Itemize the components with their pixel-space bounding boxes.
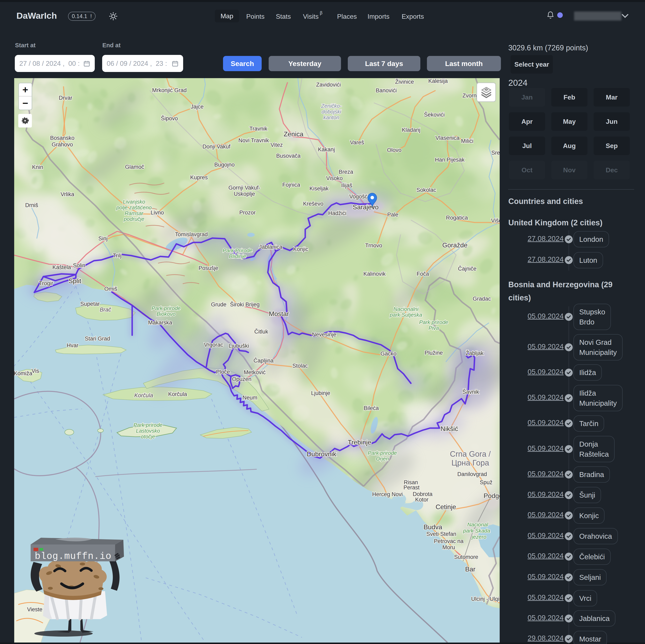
svg-text:Park prirode: Park prirode: [152, 305, 181, 311]
svg-text:Nevesinje: Nevesinje: [312, 331, 337, 338]
svg-text:Šekovići: Šekovići: [424, 112, 445, 118]
svg-text:Omiš: Omiš: [104, 286, 118, 292]
svg-text:Solin: Solin: [73, 262, 85, 269]
svg-text:Cetinje: Cetinje: [436, 503, 456, 510]
svg-text:Vogošća: Vogošća: [349, 193, 371, 200]
svg-text:Vis: Vis: [31, 368, 39, 374]
svg-text:Ljubuški: Ljubuški: [229, 343, 249, 349]
svg-text:Danilovgrad: Danilovgrad: [457, 471, 487, 477]
svg-text:Hadžići: Hadžići: [328, 210, 347, 216]
svg-text:Ilijaš: Ilijaš: [341, 182, 352, 188]
svg-text:Neum: Neum: [243, 394, 257, 401]
svg-text:otočje: otočje: [141, 434, 155, 440]
svg-text:Mrkonjić Grad: Mrkonjić Grad: [152, 87, 187, 93]
svg-text:Pale: Pale: [387, 211, 398, 218]
svg-text:Trebinje: Trebinje: [348, 439, 371, 446]
svg-text:Sreb: Sreb: [491, 150, 500, 156]
svg-text:Lastovsko: Lastovsko: [136, 428, 160, 434]
svg-text:Grahovo: Grahovo: [52, 142, 73, 148]
svg-text:Vieste: Vieste: [27, 606, 42, 613]
svg-text:Stolac: Stolac: [292, 363, 308, 369]
svg-text:Supetar: Supetar: [80, 301, 100, 307]
svg-text:Nacional: Nacional: [467, 521, 488, 528]
svg-text:park Sutjeska: park Sutjeska: [390, 312, 422, 318]
svg-text:Korčula: Korčula: [168, 391, 187, 397]
svg-text:Park prirode: Park prirode: [419, 319, 448, 325]
svg-text:Mostar: Mostar: [269, 310, 289, 317]
svg-text:Busovača: Busovača: [276, 153, 301, 159]
svg-text:Park prirode: Park prirode: [368, 450, 397, 456]
svg-text:Zavidovići: Zavidovići: [316, 82, 341, 88]
svg-text:Jajce: Jajce: [191, 104, 204, 110]
svg-text:Glamoč: Glamoč: [125, 164, 144, 170]
svg-text:Sveti Stefan: Sveti Stefan: [426, 531, 456, 537]
svg-text:Sutomore: Sutomore: [454, 554, 478, 560]
svg-text:Piva: Piva: [429, 325, 439, 331]
svg-text:Živinice: Živinice: [395, 78, 414, 85]
svg-text:Zenica: Zenica: [284, 130, 303, 138]
svg-text:Orjen: Orjen: [376, 456, 389, 462]
svg-text:Vitez: Vitez: [270, 142, 283, 148]
svg-text:Livno: Livno: [151, 209, 164, 216]
svg-text:Konjic: Konjic: [293, 246, 308, 252]
svg-text:Spuž: Spuž: [480, 479, 492, 485]
svg-text:Kotor: Kotor: [415, 497, 429, 503]
svg-text:kanton: kanton: [323, 114, 339, 121]
svg-text:Trogir: Trogir: [39, 280, 53, 287]
svg-text:Čajniče: Čajniče: [458, 266, 476, 272]
svg-text:Hvar: Hvar: [66, 342, 78, 348]
svg-text:Nacionalni: Nacionalni: [393, 306, 419, 312]
svg-text:Trilj: Trilj: [113, 253, 122, 259]
svg-text:Podgo: Podgo: [484, 492, 500, 499]
svg-text:blog.muffn.io: blog.muffn.io: [35, 551, 111, 562]
svg-text:Ulcinj - Ulqin: Ulcinj - Ulqin: [471, 596, 500, 602]
svg-text:Grude: Grude: [211, 301, 226, 308]
svg-text:Korčula: Korčula: [134, 392, 153, 398]
svg-text:Kaštela: Kaštela: [52, 264, 71, 270]
svg-text:Kupres: Kupres: [190, 174, 208, 180]
svg-text:Šavnik: Šavnik: [462, 388, 479, 395]
svg-text:Goražde: Goražde: [442, 241, 468, 249]
svg-text:područje: područje: [124, 216, 144, 222]
svg-text:Drniš: Drniš: [25, 202, 38, 208]
svg-text:Ramsar: Ramsar: [125, 210, 144, 216]
svg-text:Banovići: Banovići: [376, 88, 397, 94]
svg-text:Trnovo: Trnovo: [365, 243, 382, 249]
svg-text:Vrgorac: Vrgorac: [204, 342, 223, 348]
svg-text:Olovo: Olovo: [387, 147, 402, 153]
svg-text:Fojnica: Fojnica: [282, 182, 300, 188]
svg-text:Breza: Breza: [339, 169, 354, 175]
svg-text:Donji Vakuf: Donji Vakuf: [202, 144, 231, 150]
svg-text:jezero: jezero: [471, 534, 486, 540]
svg-text:Široki Brijeg: Široki Brijeg: [230, 301, 260, 308]
svg-text:Komiža: Komiža: [14, 370, 32, 376]
svg-text:Metković: Metković: [244, 369, 266, 375]
svg-text:Tomislavgrad: Tomislavgrad: [175, 231, 208, 237]
svg-text:Park prirode: Park prirode: [134, 422, 163, 428]
svg-text:Posušje: Posušje: [199, 265, 218, 271]
svg-text:Kladanj: Kladanj: [402, 127, 420, 133]
svg-text:Više: Više: [491, 217, 500, 224]
svg-text:Opuzen: Opuzen: [232, 376, 252, 382]
svg-text:Vlasenica: Vlasenica: [435, 135, 460, 141]
svg-text:Blidinje: Blidinje: [229, 253, 246, 259]
svg-text:polje zaštićeno: polje zaštićeno: [116, 204, 152, 210]
svg-text:Drvar: Drvar: [59, 95, 72, 101]
svg-text:Kalesija: Kalesija: [428, 78, 448, 84]
svg-text:Ljubinje: Ljubinje: [311, 390, 330, 396]
svg-text:Travnik: Travnik: [249, 126, 267, 132]
svg-text:Kakanj: Kakanj: [318, 146, 335, 153]
svg-text:Uskoplje: Uskoplje: [234, 191, 255, 197]
svg-text:Foča: Foča: [417, 271, 429, 277]
svg-text:Sokolac: Sokolac: [416, 187, 436, 193]
svg-text:Split: Split: [68, 277, 81, 285]
svg-text:Crna Gora /: Crna Gora /: [450, 450, 491, 458]
svg-text:Ploče: Ploče: [216, 369, 230, 375]
svg-text:Han Pijesak: Han Pijesak: [435, 157, 465, 163]
svg-text:Park Prirode: Park Prirode: [223, 248, 253, 254]
svg-text:Petrovac na: Petrovac na: [434, 538, 464, 544]
svg-text:Stari Grad: Stari Grad: [85, 336, 110, 342]
svg-text:Kreševo: Kreševo: [303, 201, 323, 207]
svg-text:Kalinovik: Kalinovik: [364, 271, 386, 277]
svg-text:Црна Гора: Црна Гора: [451, 459, 489, 467]
